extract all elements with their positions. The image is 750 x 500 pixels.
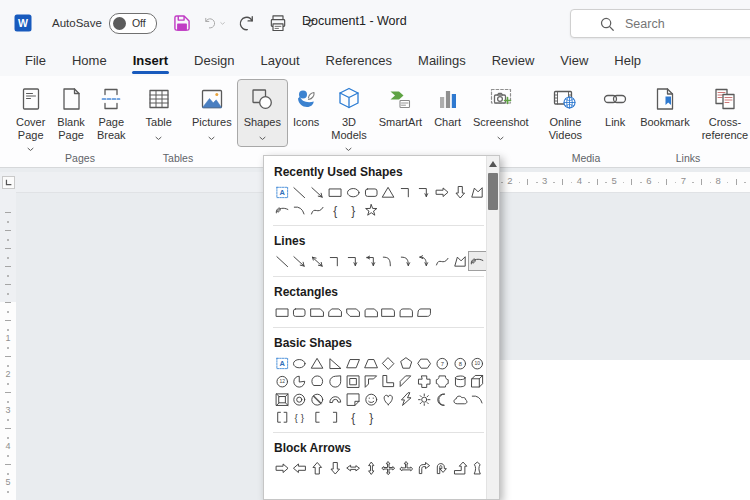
shape-u-turn-arrow[interactable] — [433, 459, 451, 477]
shape-right-brace[interactable]: } — [344, 201, 362, 219]
shape-heptagon[interactable]: 7 — [433, 354, 451, 372]
tab-review[interactable]: Review — [479, 48, 548, 75]
shape-rectangle[interactable] — [326, 183, 344, 201]
save-button[interactable] — [171, 12, 193, 34]
shape-plaque[interactable] — [433, 372, 451, 390]
shape-rounded-rectangle[interactable] — [362, 183, 380, 201]
tab-insert[interactable]: Insert — [120, 48, 181, 75]
tab-stop-selector[interactable] — [2, 176, 15, 189]
shape-half-frame[interactable] — [362, 372, 380, 390]
shape-chord[interactable] — [309, 372, 327, 390]
undo-dropdown-chevron-icon[interactable] — [220, 21, 225, 26]
shape-rectangle[interactable] — [273, 303, 291, 321]
shape-isoceles-triangle[interactable] — [380, 183, 398, 201]
shape-quad-arrow[interactable] — [380, 459, 398, 477]
shape-curved-up-arrow[interactable] — [469, 459, 486, 477]
shape-freeform-scribble[interactable] — [273, 201, 291, 219]
link-button[interactable]: Link — [596, 80, 634, 131]
shape-left-block-arrow[interactable] — [291, 459, 309, 477]
shape-cross[interactable] — [415, 372, 433, 390]
shape-arc[interactable] — [291, 201, 309, 219]
shape-bent-arrow[interactable] — [415, 459, 433, 477]
bookmark-button[interactable]: Bookmark — [634, 80, 696, 131]
shape-elbow-arrow-connector[interactable] — [415, 183, 433, 201]
shape-round-single-corner-rectangle[interactable] — [380, 303, 398, 321]
shape-line-arrow[interactable] — [291, 252, 309, 270]
page-break-button[interactable]: Page Break — [91, 80, 132, 144]
shape-oval[interactable] — [344, 183, 362, 201]
shape-diagonal-stripe[interactable] — [398, 372, 416, 390]
blank-page-button[interactable]: Blank Page — [51, 80, 91, 144]
dropdown-scrollbar[interactable] — [486, 156, 499, 499]
shape-line-arrow[interactable] — [309, 183, 327, 201]
shape-bevel[interactable] — [273, 390, 291, 408]
shape-block-arc[interactable] — [326, 390, 344, 408]
shape-freeform-shape[interactable] — [451, 252, 469, 270]
shape-left-right-block-arrow[interactable] — [344, 459, 362, 477]
redo-button[interactable] — [235, 12, 257, 34]
shape-l-shape[interactable] — [380, 372, 398, 390]
shape-no-symbol[interactable] — [309, 390, 327, 408]
scrollbar-thumb[interactable] — [488, 173, 498, 210]
shape-freeform-scribble[interactable] — [469, 252, 486, 270]
autosave-toggle[interactable]: Off — [109, 13, 157, 34]
shape-down-block-arrow[interactable] — [326, 459, 344, 477]
shape-up-block-arrow[interactable] — [309, 459, 327, 477]
shape-snip-and-round-single-corner-rectangle[interactable] — [362, 303, 380, 321]
shape-snip-same-side-corner-rectangle[interactable] — [326, 303, 344, 321]
shape-heart[interactable] — [380, 390, 398, 408]
search-input[interactable] — [623, 16, 747, 32]
shape-smiley-face[interactable] — [362, 390, 380, 408]
print-preview-button[interactable] — [267, 12, 289, 34]
shape-dodecagon[interactable]: 12 — [273, 372, 291, 390]
shape-left-bracket[interactable] — [309, 408, 327, 426]
undo-button[interactable] — [203, 12, 225, 34]
cover-page-button[interactable]: Cover Page — [10, 80, 51, 157]
shape-sun[interactable] — [415, 390, 433, 408]
chart-button[interactable]: Chart — [428, 80, 467, 131]
shape-right-block-arrow[interactable] — [273, 459, 291, 477]
search-box[interactable] — [570, 9, 750, 38]
shape-double-brace[interactable]: {} — [291, 408, 309, 426]
tab-help[interactable]: Help — [601, 48, 654, 75]
shape-oval[interactable] — [291, 354, 309, 372]
shape-curve[interactable] — [433, 252, 451, 270]
shape-folded-corner[interactable] — [344, 390, 362, 408]
shape-line[interactable] — [273, 252, 291, 270]
icons-button[interactable]: Icons — [287, 80, 325, 131]
tab-references[interactable]: References — [313, 48, 405, 75]
shape-up-down-block-arrow[interactable] — [362, 459, 380, 477]
tab-home[interactable]: Home — [59, 48, 120, 75]
3d-models-button[interactable]: 3D Models — [325, 80, 372, 157]
shape-freeform-shape[interactable] — [469, 183, 486, 201]
shape-left-brace[interactable]: { — [326, 201, 344, 219]
shape-right-bracket[interactable] — [326, 408, 344, 426]
shape-bent-up-arrow[interactable] — [451, 459, 469, 477]
shape-snip-diagonal-corner-rectangle[interactable] — [344, 303, 362, 321]
shape-cloud[interactable] — [451, 390, 469, 408]
shape-trapezoid[interactable] — [362, 354, 380, 372]
shape-snip-single-corner-rectangle[interactable] — [309, 303, 327, 321]
shape-right-triangle[interactable] — [326, 354, 344, 372]
table-button[interactable]: Table — [140, 80, 178, 146]
shape-left-brace[interactable]: { — [344, 408, 362, 426]
shape-elbow-connector[interactable] — [326, 252, 344, 270]
shape-line[interactable] — [291, 183, 309, 201]
shape-text-box[interactable]: A — [273, 183, 291, 201]
shape-cube[interactable] — [469, 372, 486, 390]
shape-regular-pentagon[interactable] — [398, 354, 416, 372]
tab-mailings[interactable]: Mailings — [405, 48, 479, 75]
shape-pie[interactable] — [291, 372, 309, 390]
screenshot-button[interactable]: Screenshot — [467, 80, 535, 146]
shape-round-same-side-corner-rectangle[interactable] — [398, 303, 416, 321]
shape-moon[interactable] — [433, 390, 451, 408]
shape-arc[interactable] — [469, 390, 486, 408]
tab-layout[interactable]: Layout — [248, 48, 313, 75]
shape-double-bracket[interactable] — [273, 408, 291, 426]
shape-right-block-arrow[interactable] — [433, 183, 451, 201]
tab-view[interactable]: View — [547, 48, 601, 75]
shape-right-brace[interactable]: } — [362, 408, 380, 426]
shape-can[interactable] — [451, 372, 469, 390]
shape-diamond[interactable] — [380, 354, 398, 372]
shape-down-block-arrow[interactable] — [451, 183, 469, 201]
